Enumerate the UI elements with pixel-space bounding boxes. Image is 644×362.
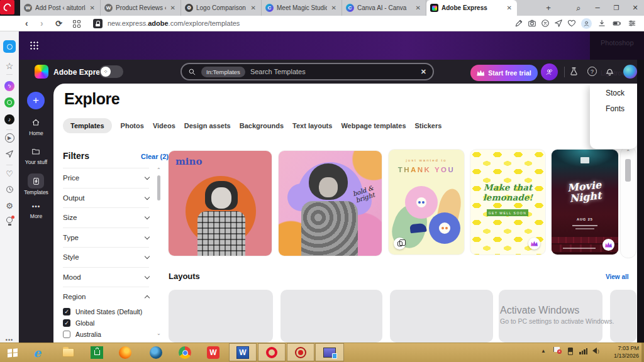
- nav-your-stuff-label[interactable]: Your stuff: [19, 159, 53, 165]
- tab-close-icon[interactable]: ✕: [89, 4, 96, 11]
- action-center-flag-icon[interactable]: ✕: [553, 347, 560, 352]
- nav-more-icon[interactable]: •••: [19, 203, 53, 210]
- layouts-view-all-link[interactable]: View all: [606, 273, 629, 280]
- chrome-icon[interactable]: [178, 346, 192, 359]
- checkbox-checked[interactable]: ✓: [63, 308, 70, 315]
- minimize-button[interactable]: –: [591, 0, 604, 15]
- filter-group-price[interactable]: Price: [63, 168, 149, 182]
- tab-webpage-templates[interactable]: Webpage templates: [341, 122, 406, 129]
- tab-close-icon[interactable]: ✕: [250, 4, 257, 11]
- layout-placeholder-card[interactable]: [169, 290, 273, 343]
- filter-scroll-down-icon[interactable]: ⌄: [157, 331, 161, 336]
- volume-icon[interactable]: ): [592, 348, 599, 354]
- tab-backgrounds[interactable]: Backgrounds: [240, 122, 284, 129]
- close-button[interactable]: ✕: [629, 0, 641, 16]
- firefox-icon[interactable]: [118, 346, 132, 359]
- battery-saver-icon[interactable]: [613, 19, 621, 28]
- start-button[interactable]: [6, 346, 19, 359]
- tab-close-icon[interactable]: ✕: [506, 4, 513, 11]
- apps-menu-item-photoshop[interactable]: Photoshop: [601, 39, 634, 47]
- bookmark-heart-icon[interactable]: [567, 19, 576, 28]
- filter-scrollbar-thumb[interactable]: [157, 175, 160, 200]
- easy-setup-bulb-icon[interactable]: [0, 217, 19, 226]
- tab-stickers[interactable]: Stickers: [415, 122, 442, 129]
- new-tab-button[interactable]: +: [542, 0, 555, 16]
- region-option[interactable]: ✓United States (Default): [63, 308, 142, 315]
- region-option[interactable]: Australia: [63, 331, 101, 338]
- my-flow-icon[interactable]: [554, 19, 563, 28]
- help-icon[interactable]: ?: [587, 67, 597, 76]
- search-clear-icon[interactable]: ✕: [421, 68, 426, 76]
- word-icon[interactable]: W: [236, 346, 250, 359]
- speed-dial-icon[interactable]: [73, 20, 80, 28]
- system-utility-icon[interactable]: [323, 346, 336, 359]
- opera-taskbar-icon[interactable]: [265, 346, 279, 359]
- tab-photos[interactable]: Photos: [121, 122, 144, 129]
- template-card-lemonade[interactable]: Make that lemonade! GET WELL SOON: [470, 150, 545, 255]
- checkbox-checked[interactable]: ✓: [63, 319, 70, 327]
- search-placeholder[interactable]: Search Templates: [250, 68, 416, 75]
- tray-hidden-icons-chevron[interactable]: ▲: [541, 348, 546, 354]
- layout-placeholder-card[interactable]: [390, 290, 493, 343]
- easy-setup-sliders-icon[interactable]: [628, 19, 636, 28]
- profile-avatar-icon[interactable]: [581, 18, 592, 29]
- tab-close-icon[interactable]: ✕: [330, 4, 338, 11]
- player-icon[interactable]: ▶: [0, 133, 19, 143]
- browser-tab[interactable]: W Product Reviews ‹ aituto ✕: [101, 0, 181, 16]
- reload-icon[interactable]: ⟳: [55, 19, 62, 28]
- tab-search-icon[interactable]: ⌕: [572, 0, 585, 16]
- content-scrollbar-thumb[interactable]: [625, 159, 631, 182]
- tiktok-icon[interactable]: ♪: [0, 114, 19, 124]
- clock[interactable]: 7:03 PM 1/13/2026: [614, 344, 639, 359]
- filter-group-type[interactable]: Type: [63, 228, 149, 241]
- battery-tray-icon[interactable]: [568, 348, 573, 355]
- tab-text-layouts[interactable]: Text layouts: [292, 122, 332, 129]
- filter-group-style[interactable]: Style: [63, 247, 149, 261]
- invite-user-button[interactable]: [541, 63, 558, 80]
- tab-close-icon[interactable]: ✕: [169, 4, 177, 11]
- network-signal-icon[interactable]: [579, 348, 587, 354]
- show-desktop-strip[interactable]: [641, 343, 644, 362]
- filter-scroll-up-icon[interactable]: ⌃: [157, 167, 161, 173]
- scroll-up-icon[interactable]: ⌃: [626, 149, 631, 155]
- region-option[interactable]: ✓Global: [63, 319, 94, 327]
- filter-group-mood[interactable]: Mood: [63, 267, 149, 281]
- windows-store-icon[interactable]: [90, 346, 104, 359]
- apps-waffle-icon[interactable]: [30, 41, 38, 50]
- telegram-icon[interactable]: [0, 150, 19, 158]
- template-card-movie-night[interactable]: Movie Night AUG 25: [552, 150, 618, 255]
- forward-icon[interactable]: ›: [40, 18, 43, 28]
- favorites-heart-icon[interactable]: ♡: [0, 169, 19, 178]
- beta-flask-icon[interactable]: [569, 67, 579, 76]
- messenger-icon[interactable]: ϟ: [0, 81, 19, 91]
- filter-group-size[interactable]: Size: [63, 207, 149, 221]
- layout-placeholder-card[interactable]: [610, 290, 636, 343]
- apps-menu-item-stock[interactable]: Stock: [606, 89, 625, 97]
- settings-gear-icon[interactable]: ⚙: [0, 201, 19, 211]
- account-avatar[interactable]: [623, 65, 637, 79]
- home-icon[interactable]: [31, 118, 40, 127]
- create-new-button[interactable]: +: [27, 92, 45, 109]
- nav-templates-active[interactable]: [28, 173, 44, 189]
- tab-close-icon[interactable]: ✕: [414, 4, 422, 11]
- opera-menu-button[interactable]: [0, 0, 20, 16]
- browser-tab-active[interactable]: Adobe Express ✕: [426, 0, 517, 16]
- restore-button[interactable]: ❐: [610, 0, 623, 16]
- filter-group-region[interactable]: Region: [63, 287, 149, 300]
- checkbox-unchecked[interactable]: [63, 331, 70, 338]
- nav-more-label[interactable]: More: [19, 213, 53, 219]
- notifications-bell-icon[interactable]: [605, 67, 614, 76]
- downloads-icon[interactable]: [597, 19, 606, 28]
- layout-placeholder-card[interactable]: [499, 290, 602, 343]
- lock-icon[interactable]: [93, 19, 103, 28]
- adobe-express-logo[interactable]: [35, 65, 48, 79]
- browser-tab[interactable]: C Meet Magic Studio | Can ✕: [262, 0, 342, 16]
- browser-tab[interactable]: ⚙ Logo Comparison Reque ✕: [181, 0, 262, 16]
- template-card-mino[interactable]: mino: [169, 151, 272, 256]
- url-text[interactable]: new.express.adobe.com/explore/templates: [108, 19, 240, 27]
- nav-home-label[interactable]: Home: [19, 130, 53, 136]
- internet-explorer-icon[interactable]: e: [30, 346, 44, 359]
- tab-videos[interactable]: Videos: [153, 122, 175, 129]
- file-explorer-icon[interactable]: [61, 346, 75, 359]
- filters-clear-link[interactable]: Clear (2): [141, 153, 169, 160]
